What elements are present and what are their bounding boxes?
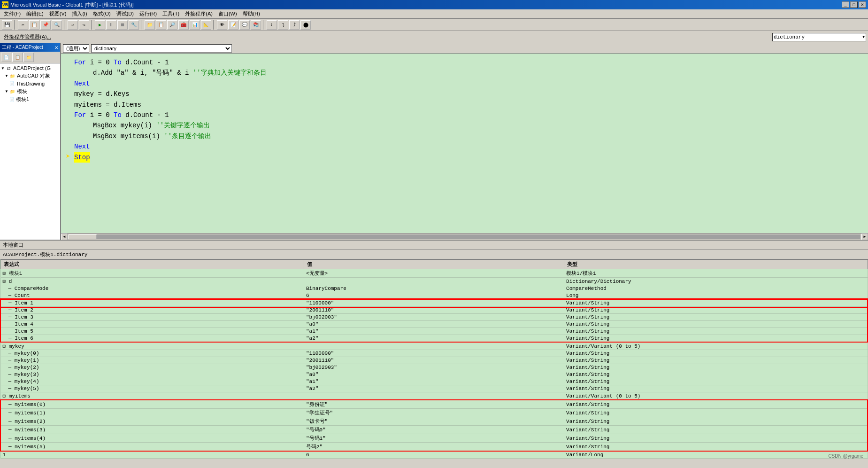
- tb-step-out[interactable]: ⤴: [289, 20, 300, 30]
- tb-save[interactable]: 💾: [2, 20, 12, 30]
- table-row-comparemode[interactable]: ─ CompareMode BinaryCompare CompareMetho…: [0, 285, 868, 292]
- tb-toolbox[interactable]: 🧰: [178, 20, 189, 30]
- folder-icon-modules: 📁: [9, 88, 16, 95]
- table-row-myitems3[interactable]: ─ myitems(3) "号码0" Variant/String: [0, 426, 868, 434]
- menu-insert[interactable]: 插入(I): [69, 9, 90, 18]
- tb-design[interactable]: 🔧: [129, 20, 139, 30]
- table-row-mykey1[interactable]: ─ mykey(1) "2001110" Variant/String: [0, 357, 868, 364]
- scroll-track[interactable]: [69, 234, 860, 239]
- table-row-mykey3[interactable]: ─ mykey(3) "a0" Variant/String: [0, 371, 868, 378]
- scroll-thumb[interactable]: [69, 234, 97, 239]
- code-scrollbar[interactable]: ◀ ▶: [61, 233, 868, 240]
- tree-item-modules[interactable]: ▼ 📁 模块: [1, 87, 59, 95]
- tree-item-autocad[interactable]: ▼ 📁 AutoCAD 对象: [1, 72, 59, 80]
- table-row-myitems[interactable]: ⊟ myitems Variant/Variant (0 to 5): [0, 392, 868, 400]
- table-row-item6[interactable]: ─ Item 6 "a2" Variant/String: [0, 335, 868, 343]
- chevron-down-icon: ▼: [862, 35, 865, 39]
- tb-proj-explorer[interactable]: 📁: [145, 20, 155, 30]
- tb-locals[interactable]: 📝: [228, 20, 238, 30]
- expand-icon-mykey[interactable]: ⊟: [3, 343, 6, 349]
- tb-break[interactable]: ⏸: [106, 20, 116, 30]
- tb-data-view[interactable]: 📊: [190, 20, 200, 30]
- table-row-myitems5[interactable]: ─ myitems(5) 号码2" Variant/String: [0, 443, 868, 452]
- table-row-item3[interactable]: ─ Item 3 "bj002003" Variant/String: [0, 314, 868, 321]
- locals-table-container[interactable]: 表达式 值 类型 ⊟ 模块1 <无变量> 模块1/模块1 ⊟ d: [0, 259, 868, 468]
- tb-call-stack[interactable]: 📚: [251, 20, 261, 30]
- expr-last: 1: [0, 451, 304, 459]
- tb-breakpoint[interactable]: ⬤: [300, 20, 311, 30]
- menu-help[interactable]: 帮助(H): [240, 9, 263, 18]
- table-row-myitems0[interactable]: ─ myitems(0) "身份证" Variant/String: [0, 400, 868, 409]
- scroll-left-button[interactable]: ◀: [61, 234, 68, 240]
- tree-label-module1: 模块1: [16, 96, 29, 103]
- table-row-count[interactable]: ─ Count 6 Long: [0, 292, 868, 300]
- menu-run[interactable]: 运行(R): [137, 9, 160, 18]
- view-code-button[interactable]: 📄: [1, 53, 11, 62]
- menu-edit[interactable]: 编辑(E): [23, 9, 46, 18]
- table-row-item2[interactable]: ─ Item 2 "2001110" Variant/String: [0, 307, 868, 314]
- tb-watch[interactable]: 👁: [217, 20, 227, 30]
- maximize-button[interactable]: □: [850, 1, 858, 8]
- table-row-mykey2[interactable]: ─ mykey(2) "bj002003" Variant/String: [0, 364, 868, 371]
- menu-window[interactable]: 窗口(W): [215, 9, 240, 18]
- table-row-module1[interactable]: ⊟ 模块1 <无变量> 模块1/模块1: [0, 269, 868, 278]
- menu-file[interactable]: 文件(F): [1, 9, 23, 18]
- scroll-right-button[interactable]: ▶: [861, 234, 868, 240]
- menu-debug[interactable]: 调试(D): [114, 9, 137, 18]
- tree-item-acadproject[interactable]: ▼ 🗂 ACADProject (G: [1, 64, 59, 72]
- proc-dropdown[interactable]: dictionary ▼: [772, 33, 866, 41]
- table-row-myitems1[interactable]: ─ myitems(1) "学生证号" Variant/String: [0, 409, 868, 417]
- view-object-button[interactable]: 📋: [12, 53, 23, 62]
- close-button[interactable]: ✕: [859, 1, 866, 8]
- proc-dropdown-value: dictionary: [774, 34, 805, 40]
- table-row-mykey4[interactable]: ─ mykey(4) "a1" Variant/String: [0, 378, 868, 385]
- expand-icon-myitems[interactable]: ⊟: [3, 393, 6, 399]
- tb-obj-browser[interactable]: 🔎: [167, 20, 177, 30]
- table-row-mykey0[interactable]: ─ mykey(0) "1100000" Variant/String: [0, 350, 868, 357]
- minimize-button[interactable]: _: [842, 1, 849, 8]
- object-dropdown[interactable]: (通用): [63, 44, 89, 53]
- procedure-dropdown[interactable]: dictionary: [91, 44, 232, 53]
- external-manager-label[interactable]: 外接程序管理器(A)...: [2, 33, 53, 40]
- menu-tools[interactable]: 工具(T): [160, 9, 182, 18]
- toggle-folders-button[interactable]: 📁: [23, 53, 34, 62]
- table-row-item1[interactable]: ─ Item 1 "1100000" Variant/String: [0, 299, 868, 307]
- tb-stop-run[interactable]: ⏹: [117, 20, 128, 30]
- table-row-myitems2[interactable]: ─ myitems(2) "饭卡号" Variant/String: [0, 417, 868, 426]
- tb-run[interactable]: ▶: [95, 20, 105, 30]
- tb-copy[interactable]: 📋: [29, 20, 39, 30]
- project-icon: 🗂: [6, 65, 12, 71]
- val-item4: "a0": [304, 321, 564, 328]
- close-icon[interactable]: ✕: [54, 45, 58, 50]
- tree-label-thisdrawing: ThisDrawing: [16, 81, 45, 86]
- comment-2: ''关键字逐个输出: [156, 120, 210, 131]
- tb-form-layout[interactable]: 📐: [201, 20, 211, 30]
- window-title: Microsoft Visual Basic - Global1 [中断] - …: [10, 1, 842, 8]
- menu-format[interactable]: 格式(O): [90, 9, 114, 18]
- tb-cut[interactable]: ✂: [18, 20, 28, 30]
- table-row-item5[interactable]: ─ Item 5 "a1" Variant/String: [0, 328, 868, 335]
- tb-properties[interactable]: 📋: [156, 20, 166, 30]
- table-row-mykey5[interactable]: ─ mykey(5) "a2" Variant/String: [0, 385, 868, 392]
- table-row-mykey[interactable]: ⊟ mykey Variant/Variant (0 to 5): [0, 342, 868, 350]
- table-row-item4[interactable]: ─ Item 4 "a0" Variant/String: [0, 321, 868, 328]
- tree-item-thisdrawing[interactable]: 📄 ThisDrawing: [1, 80, 59, 87]
- code-content[interactable]: For i = 0 To d.Count - 1 d.Add "a" & i, …: [61, 54, 868, 233]
- tb-find[interactable]: 🔍: [52, 20, 62, 30]
- tb-undo[interactable]: ↩: [68, 20, 78, 30]
- keyword-for: For: [74, 57, 86, 68]
- table-row-d[interactable]: ⊟ d Dictionary/Dictionary: [0, 278, 868, 285]
- tb-step-over[interactable]: ⤵: [278, 20, 288, 30]
- table-row-myitems4[interactable]: ─ myitems(4) "号码1" Variant/String: [0, 434, 868, 443]
- tb-redo[interactable]: ↪: [79, 20, 89, 30]
- expand-icon-module1[interactable]: ⊟: [3, 271, 6, 276]
- type-mykey2: Variant/String: [564, 364, 868, 371]
- tb-step-into[interactable]: ↓: [267, 20, 277, 30]
- menu-addins[interactable]: 外接程序(A): [182, 9, 215, 18]
- tb-immediate[interactable]: 💬: [239, 20, 250, 30]
- menu-view[interactable]: 视图(V): [46, 9, 69, 18]
- debug-arrow-icon: ➤: [66, 151, 70, 164]
- tree-item-module1[interactable]: 📄 模块1: [1, 95, 59, 103]
- tb-paste[interactable]: 📌: [40, 20, 51, 30]
- expand-icon-d[interactable]: ⊟: [3, 279, 6, 284]
